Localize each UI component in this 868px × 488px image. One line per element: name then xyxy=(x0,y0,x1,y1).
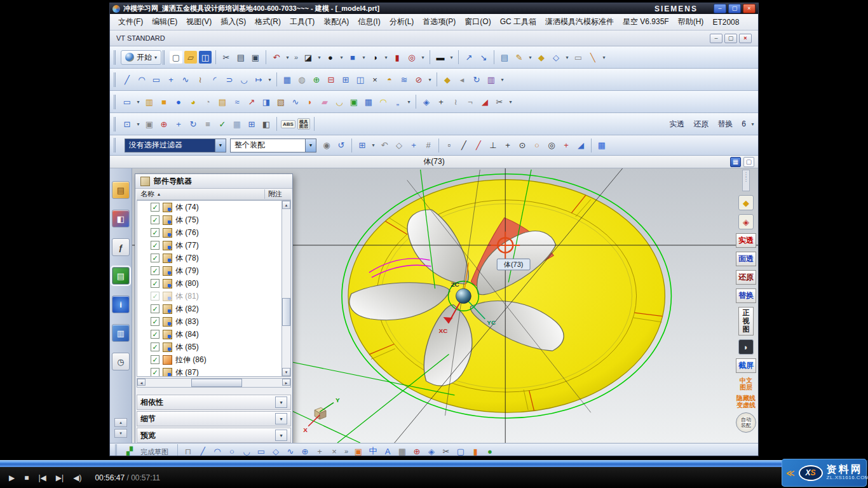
dropdown-caret-icon[interactable]: ▾ xyxy=(750,121,756,127)
more-curves-icon[interactable]: ◂ xyxy=(456,73,468,86)
scroll-up-icon[interactable]: ▴ xyxy=(114,418,127,427)
volume-button[interactable]: ◀) xyxy=(73,473,81,482)
save-icon[interactable]: ◫ xyxy=(199,51,212,64)
fit-view-icon[interactable]: ⊡ xyxy=(121,118,133,130)
history-icon[interactable]: ◷ xyxy=(112,353,130,370)
dropdown-caret-icon[interactable]: ▾ xyxy=(601,55,607,60)
menu-item[interactable]: 窗口(O) xyxy=(460,15,495,29)
menu-item[interactable]: 装配(A) xyxy=(319,15,353,29)
scroll-right-icon[interactable]: ▸ xyxy=(282,379,290,386)
start-menu-button[interactable]: 开始 ▾ xyxy=(121,50,161,65)
toolbar-grip[interactable] xyxy=(115,444,119,456)
dropdown-caret-icon[interactable]: ▾ xyxy=(361,55,367,60)
chinese-tool-icon[interactable]: 中 xyxy=(367,445,379,456)
selection-ball-icon[interactable]: ◉ xyxy=(320,139,333,152)
tree-item[interactable]: ✓体 (80) xyxy=(137,277,282,290)
minimize-button[interactable]: – xyxy=(714,4,726,13)
checkbox-icon[interactable]: ✓ xyxy=(151,228,159,237)
draft-icon[interactable]: ◢ xyxy=(478,95,491,108)
box-tool-icon[interactable]: ▢ xyxy=(454,445,467,456)
studio-spline-icon[interactable]: ∿ xyxy=(179,73,192,86)
dropdown-caret-icon[interactable]: ▾ xyxy=(449,55,454,60)
line-icon[interactable]: ╱ xyxy=(121,73,133,86)
snap-circle-icon[interactable]: ○ xyxy=(531,139,543,152)
delete-face-icon[interactable]: × xyxy=(369,73,381,86)
tree-item[interactable]: ✓体 (75) xyxy=(137,214,282,226)
grid-snap-icon[interactable]: # xyxy=(422,139,435,152)
half-shaded-view-icon[interactable]: ◑ xyxy=(369,51,381,64)
hole-icon[interactable]: ⊘ xyxy=(412,73,425,86)
snap-midpoint-icon[interactable]: ▫ xyxy=(443,139,456,152)
cut-icon[interactable]: ✂ xyxy=(220,51,233,64)
previous-selection-icon[interactable]: ↶ xyxy=(378,139,391,152)
snap-grid-icon[interactable]: ▦ xyxy=(231,118,243,130)
zoom-box-icon[interactable]: ▣ xyxy=(143,118,156,130)
emboss-icon[interactable]: ◆ xyxy=(441,73,454,86)
undo-icon[interactable]: ↶ xyxy=(270,51,283,64)
tree-item[interactable]: ✓体 (81) xyxy=(137,290,282,302)
dropdown-caret-icon[interactable]: ▾ xyxy=(135,121,141,127)
point-sketch-icon[interactable]: ⊕ xyxy=(299,445,311,456)
layer-settings-icon[interactable]: ⊞ xyxy=(245,118,258,130)
dropdown-caret-icon[interactable]: ▾ xyxy=(420,55,426,60)
select-all-icon[interactable]: + xyxy=(407,139,420,152)
tree-item[interactable]: ✓体 (83) xyxy=(137,315,282,328)
snapshot-icon[interactable]: ◗ xyxy=(738,339,754,355)
law-curve-icon[interactable]: ≀ xyxy=(449,95,462,108)
intersect-icon[interactable]: ⊞ xyxy=(339,73,352,86)
polygon-sketch-icon[interactable]: ◇ xyxy=(269,445,282,456)
expressions-icon[interactable]: ƒ xyxy=(112,238,130,256)
dropdown-caret-icon[interactable]: ▾ xyxy=(508,99,513,105)
next-button[interactable]: ▶| xyxy=(56,473,64,482)
tree-item[interactable]: ✓拉伸 (86) xyxy=(137,353,282,366)
quick-tool-icon[interactable]: ▣ xyxy=(352,445,365,456)
chevron-down-icon[interactable]: ▾ xyxy=(275,430,287,441)
checkbox-icon[interactable]: ✓ xyxy=(151,241,159,250)
menu-item[interactable]: 文件(F) xyxy=(114,15,147,29)
menu-item[interactable]: 信息(I) xyxy=(353,15,384,29)
checkbox-icon[interactable]: ✓ xyxy=(151,342,159,351)
abs-datum-icon[interactable]: ABS xyxy=(281,120,295,128)
overflow-chevron-icon[interactable]: » xyxy=(292,53,300,61)
visible-layers-icon[interactable]: ◧ xyxy=(260,118,273,130)
selection-scope-combo[interactable]: 整个装配 ▼ xyxy=(230,139,316,152)
dimension-icon[interactable]: + xyxy=(313,445,326,456)
arc-icon[interactable]: ◠ xyxy=(135,73,148,86)
make-translucent-button[interactable]: 实透 xyxy=(736,233,756,248)
sketch-origin-icon[interactable]: ⊓ xyxy=(182,445,194,456)
dropdown-caret-icon[interactable]: ▾ xyxy=(564,55,570,60)
trim-sheet-icon[interactable]: ✂ xyxy=(493,95,506,108)
open-icon[interactable]: ▱ xyxy=(184,51,197,64)
reference-sets-icon[interactable]: ◈ xyxy=(738,214,754,229)
checkbox-icon[interactable]: ✓ xyxy=(151,215,159,224)
checkbox-icon[interactable]: ✓ xyxy=(151,368,159,376)
close-button[interactable]: × xyxy=(739,34,752,43)
minimize-button[interactable]: – xyxy=(710,34,722,43)
edge-blend-icon[interactable]: ◓ xyxy=(383,73,396,86)
reset-filter-icon[interactable]: ↺ xyxy=(335,139,348,152)
checkbox-icon[interactable]: ✓ xyxy=(151,254,159,262)
preferences-icon[interactable]: ◇ xyxy=(550,51,562,64)
scroll-up-icon[interactable]: ▴ xyxy=(282,201,290,209)
rotate-view-icon[interactable]: ◎ xyxy=(405,51,418,64)
spline-sketch-icon[interactable]: ∿ xyxy=(284,445,297,456)
pan-icon[interactable]: + xyxy=(172,118,185,130)
restore-button[interactable]: ▢ xyxy=(728,4,741,13)
helix-icon[interactable]: ≀ xyxy=(194,73,207,86)
new-part-icon[interactable]: ▢ xyxy=(170,51,182,64)
screenshot-button[interactable]: 截屏 xyxy=(736,358,756,373)
styled-sweep-icon[interactable]: ◈ xyxy=(420,95,433,108)
text-icon[interactable]: „ xyxy=(391,95,404,108)
restore-display-button[interactable]: 还原 xyxy=(736,270,756,285)
checkbox-icon[interactable]: ✓ xyxy=(151,330,159,339)
dropdown-caret-icon[interactable]: ▾ xyxy=(339,55,344,60)
checkbox-icon[interactable]: ✓ xyxy=(151,203,159,212)
point-icon[interactable]: + xyxy=(165,73,177,86)
shell-face-icon[interactable]: ◗ xyxy=(304,95,316,108)
examine-geometry-icon[interactable]: ✓ xyxy=(216,118,229,130)
point-set-icon[interactable]: + xyxy=(435,95,447,108)
profile-icon[interactable]: ╱ xyxy=(196,445,209,456)
toolbar-grip[interactable] xyxy=(114,72,118,87)
bar-tool-icon[interactable]: ▮ xyxy=(469,445,482,456)
information-icon[interactable]: ▤ xyxy=(498,51,511,64)
